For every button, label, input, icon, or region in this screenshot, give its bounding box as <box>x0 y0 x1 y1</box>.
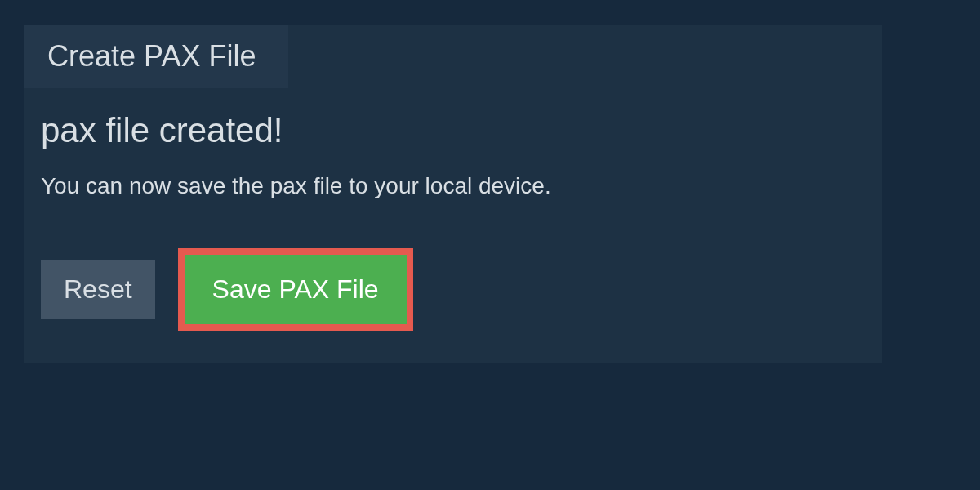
button-row: Reset Save PAX File <box>41 248 866 331</box>
save-pax-file-button[interactable]: Save PAX File <box>185 255 407 324</box>
status-message: You can now save the pax file to your lo… <box>41 173 866 199</box>
save-button-highlight: Save PAX File <box>178 248 413 331</box>
reset-button[interactable]: Reset <box>41 260 155 319</box>
tab-title: Create PAX File <box>47 39 256 73</box>
panel-content: pax file created! You can now save the p… <box>24 88 882 339</box>
create-pax-panel: Create PAX File pax file created! You ca… <box>24 24 882 363</box>
tab-header: Create PAX File <box>24 24 288 88</box>
status-title: pax file created! <box>41 111 866 150</box>
